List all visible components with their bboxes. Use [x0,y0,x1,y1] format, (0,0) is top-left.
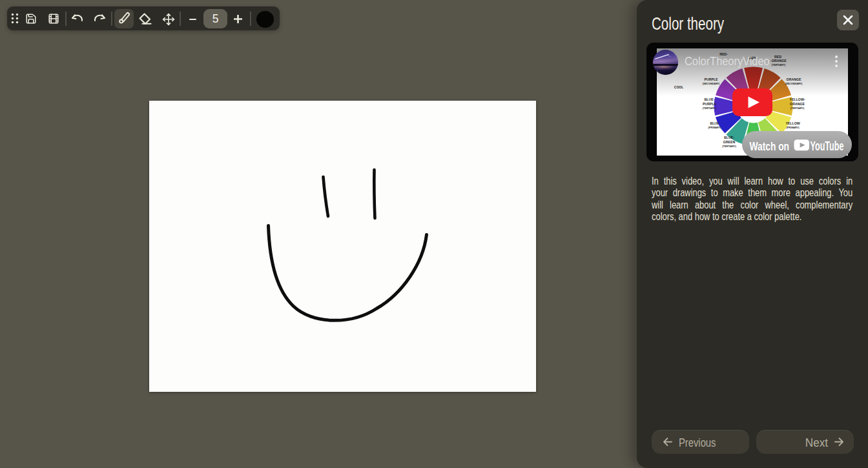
svg-text:(PRIMARY): (PRIMARY) [708,127,722,129]
svg-text:YELLOW-: YELLOW- [790,97,805,101]
svg-text:ORANGE: ORANGE [790,102,805,106]
svg-text:(TERTIARY): (TERTIARY) [703,107,717,110]
svg-text:(TERTIARY): (TERTIARY) [790,107,805,110]
svg-text:Watch on: Watch on [750,139,790,152]
svg-text:BLUE: BLUE [710,121,719,125]
svg-text:PURPLE: PURPLE [703,102,717,106]
svg-text:(PRIMARY): (PRIMARY) [787,127,800,129]
svg-text:BLUE-: BLUE- [724,136,734,139]
svg-text:BLUE-: BLUE- [705,97,715,101]
svg-text:YELLOW: YELLOW [785,121,800,125]
svg-text:YouTube: YouTube [811,139,844,153]
svg-text:(TERTIARY): (TERTIARY) [722,145,736,148]
svg-text:GREEN: GREEN [723,140,736,144]
